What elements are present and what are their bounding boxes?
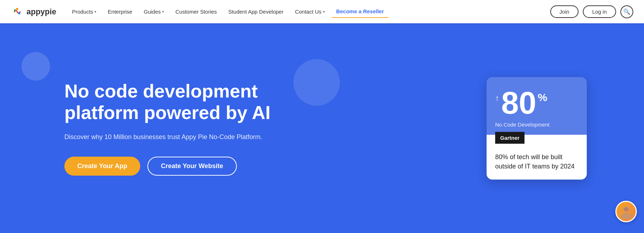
login-button[interactable]: Log in <box>583 5 616 18</box>
chat-avatar[interactable] <box>615 201 637 222</box>
logo[interactable]: appypie <box>11 5 56 18</box>
nav-item-contact-us[interactable]: Contact Us ▾ <box>290 6 330 18</box>
navbar: appypie Products ▾ Enterprise Guides ▾ C… <box>0 0 644 23</box>
search-button[interactable]: 🔍 <box>620 5 633 18</box>
nav-item-become-reseller[interactable]: Become a Reseller <box>331 5 389 18</box>
stat-number: 80 <box>501 87 536 118</box>
stat-percent: % <box>538 91 547 103</box>
hero-content: No code development platform powered by … <box>64 81 315 176</box>
svg-point-3 <box>16 8 18 10</box>
nav-actions: Join Log in 🔍 <box>550 5 633 18</box>
svg-point-1 <box>14 9 16 11</box>
gartner-badge: Gartner <box>495 132 525 143</box>
stat-card-top: ↑ 80 % No Code Development <box>487 77 587 134</box>
nav-links: Products ▾ Enterprise Guides ▾ Customer … <box>67 5 550 18</box>
svg-point-2 <box>18 12 20 14</box>
stat-label: No Code Development <box>495 121 550 127</box>
nav-item-student-app-developer[interactable]: Student App Developer <box>223 6 288 18</box>
create-website-button[interactable]: Create Your Website <box>147 157 237 176</box>
nav-item-products[interactable]: Products ▾ <box>67 6 101 18</box>
search-icon: 🔍 <box>623 8 630 15</box>
stat-card: ↑ 80 % No Code Development Gartner 80% o… <box>487 77 587 179</box>
nav-item-customer-stories[interactable]: Customer Stories <box>170 6 222 18</box>
stat-quote: 80% of tech will be built outside of IT … <box>495 152 578 171</box>
decorative-circle-left <box>21 52 50 81</box>
hero-section: No code development platform powered by … <box>0 23 644 233</box>
hero-subtitle: Discover why 10 Million businesses trust… <box>64 133 315 141</box>
nav-item-guides[interactable]: Guides ▾ <box>139 6 169 18</box>
appypie-logo-icon <box>11 5 24 18</box>
hero-title: No code development platform powered by … <box>64 81 315 124</box>
avatar-image-svg <box>619 204 633 219</box>
nav-item-enterprise[interactable]: Enterprise <box>103 6 137 18</box>
chevron-down-icon: ▾ <box>162 10 164 14</box>
svg-point-5 <box>621 213 631 219</box>
chat-avatar-image <box>616 202 636 221</box>
stat-arrow-icon: ↑ <box>495 93 499 103</box>
stat-card-bottom: Gartner 80% of tech will be built outsid… <box>487 134 587 179</box>
stat-number-row: ↑ 80 % <box>495 87 547 118</box>
chevron-down-icon: ▾ <box>323 10 325 14</box>
join-button[interactable]: Join <box>550 5 579 18</box>
chevron-down-icon: ▾ <box>94 10 96 14</box>
logo-text: appypie <box>26 7 56 16</box>
stat-card-container: ↑ 80 % No Code Development Gartner 80% o… <box>487 77 587 179</box>
create-app-button[interactable]: Create Your App <box>64 157 140 176</box>
hero-buttons: Create Your App Create Your Website <box>64 157 315 176</box>
